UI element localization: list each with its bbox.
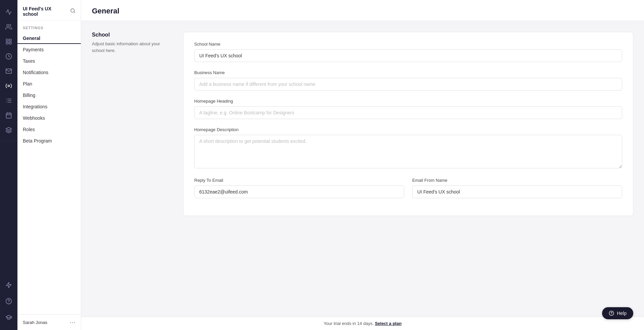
svg-marker-17 — [6, 127, 12, 130]
svg-rect-1 — [6, 39, 8, 41]
help-label: Help — [617, 311, 627, 316]
email-from-input[interactable] — [412, 185, 622, 198]
school-name-input[interactable] — [194, 49, 622, 62]
homepage-description-group: Homepage Description — [194, 127, 622, 170]
content-area: General School Adjust basic information … — [81, 0, 644, 330]
business-name-group: Business Name — [194, 70, 622, 91]
help-circle-icon — [609, 311, 614, 316]
library-icon[interactable] — [2, 94, 15, 107]
homepage-heading-input[interactable] — [194, 106, 622, 119]
svg-rect-3 — [9, 42, 11, 44]
user-name: Sarah Jonas — [23, 320, 47, 325]
section-text: Adjust basic information about your scho… — [92, 41, 172, 54]
trial-bar: Your trial ends in 14 days. Select a pla… — [81, 317, 644, 330]
settings-section-label: SETTINGS — [17, 20, 81, 33]
homepage-description-label: Homepage Description — [194, 127, 622, 132]
reply-email-input[interactable] — [194, 185, 404, 198]
help-button[interactable]: Help — [602, 307, 633, 319]
icon-rail — [0, 0, 17, 330]
section-description: School Adjust basic information about yo… — [92, 32, 172, 216]
svg-marker-18 — [6, 282, 11, 288]
settings-section: School Adjust basic information about yo… — [92, 32, 633, 216]
business-name-input[interactable] — [194, 78, 622, 91]
svg-rect-13 — [6, 113, 11, 118]
svg-point-6 — [8, 85, 10, 87]
page-title: General — [92, 7, 633, 15]
email-from-label: Email From Name — [412, 178, 622, 183]
business-name-label: Business Name — [194, 70, 622, 75]
revenue-icon[interactable] — [2, 50, 15, 63]
school-name-label: School Name — [194, 42, 622, 47]
page-header: General — [81, 0, 644, 21]
trial-message: Your trial ends in 14 days. — [324, 321, 374, 326]
sidebar-item-plan[interactable]: Plan — [17, 78, 81, 90]
email-from-group: Email From Name — [412, 178, 622, 198]
form-card: School Name Business Name Homepage Headi… — [183, 32, 633, 216]
sidebar-item-beta-program[interactable]: Beta Program — [17, 135, 81, 147]
sidebar-header: UI Feed's UX school — [17, 0, 81, 20]
homepage-description-input[interactable] — [194, 135, 622, 168]
svg-point-0 — [7, 24, 9, 27]
sidebar-item-integrations[interactable]: Integrations — [17, 101, 81, 112]
sidebar-item-roles[interactable]: Roles — [17, 124, 81, 135]
question-icon[interactable] — [2, 294, 15, 308]
section-title: School — [92, 32, 172, 38]
reply-email-group: Reply To Email — [194, 178, 404, 198]
page-body: School Adjust basic information about yo… — [81, 21, 644, 317]
svg-line-22 — [74, 12, 75, 13]
settings-icon[interactable] — [2, 79, 15, 93]
reply-email-label: Reply To Email — [194, 178, 404, 183]
email-row: Reply To Email Email From Name — [194, 178, 622, 206]
sidebar-footer: Sarah Jonas ⋯ — [17, 314, 81, 330]
main-sidebar: UI Feed's UX school SETTINGS General Pay… — [17, 0, 81, 330]
school-name-group: School Name — [194, 42, 622, 62]
svg-rect-4 — [6, 42, 8, 44]
sidebar-item-webhooks[interactable]: Webhooks — [17, 112, 81, 124]
calendar-icon[interactable] — [2, 109, 15, 122]
rail-top-section — [0, 0, 17, 141]
sidebar-title: UI Feed's UX school — [23, 6, 67, 17]
sidebar-item-payments[interactable]: Payments — [17, 44, 81, 55]
dashboard-icon[interactable] — [2, 35, 15, 48]
homepage-heading-group: Homepage Heading — [194, 99, 622, 119]
users-icon[interactable] — [2, 20, 15, 34]
more-options-icon[interactable]: ⋯ — [69, 319, 75, 326]
homepage-heading-label: Homepage Heading — [194, 99, 622, 104]
sidebar-item-taxes[interactable]: Taxes — [17, 55, 81, 67]
select-plan-link[interactable]: Select a plan — [375, 321, 401, 326]
svg-rect-2 — [9, 39, 11, 41]
sidebar-item-general[interactable]: General — [17, 33, 81, 44]
analytics-icon[interactable] — [2, 5, 15, 19]
lightning-icon[interactable] — [2, 278, 15, 292]
sidebar-item-notifications[interactable]: Notifications — [17, 67, 81, 78]
search-icon[interactable] — [70, 8, 75, 15]
graduation-icon[interactable] — [2, 311, 15, 324]
sidebar-item-billing[interactable]: Billing — [17, 90, 81, 101]
mail-icon[interactable] — [2, 64, 15, 78]
tools-icon[interactable] — [2, 123, 15, 137]
